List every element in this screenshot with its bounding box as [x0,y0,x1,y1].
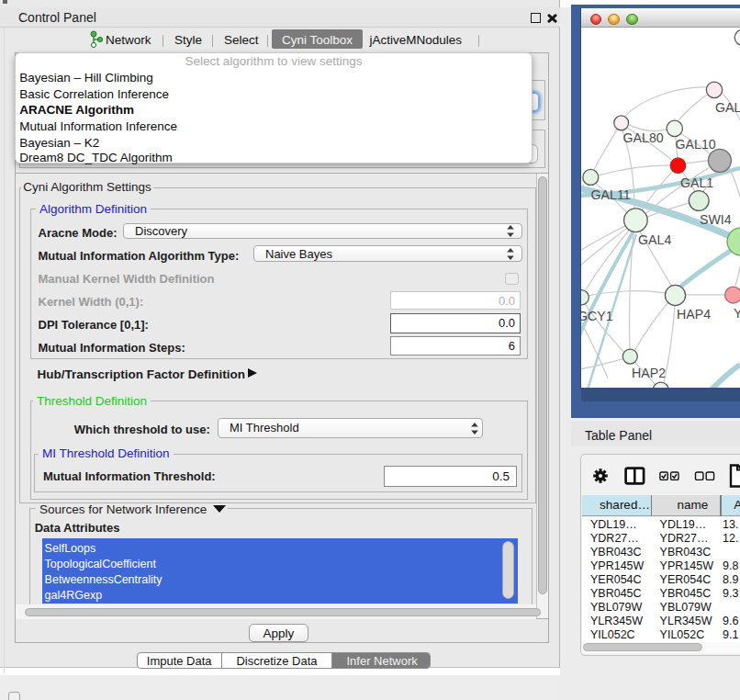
svg-text:HAP4: HAP4 [677,307,711,322]
svg-text:YP: YP [734,306,740,321]
svg-text:SWI4: SWI4 [700,213,732,228]
svg-text:GAL11: GAL11 [591,187,631,202]
svg-text:GAL80: GAL80 [623,130,664,145]
svg-text:GAL7: GAL7 [715,100,740,115]
svg-text:GCY1: GCY1 [581,310,613,324]
svg-text:GAL10: GAL10 [676,138,716,152]
svg-text:GAL1: GAL1 [680,175,713,190]
svg-text:HAP2: HAP2 [632,367,666,381]
svg-text:GAL4: GAL4 [638,233,671,248]
